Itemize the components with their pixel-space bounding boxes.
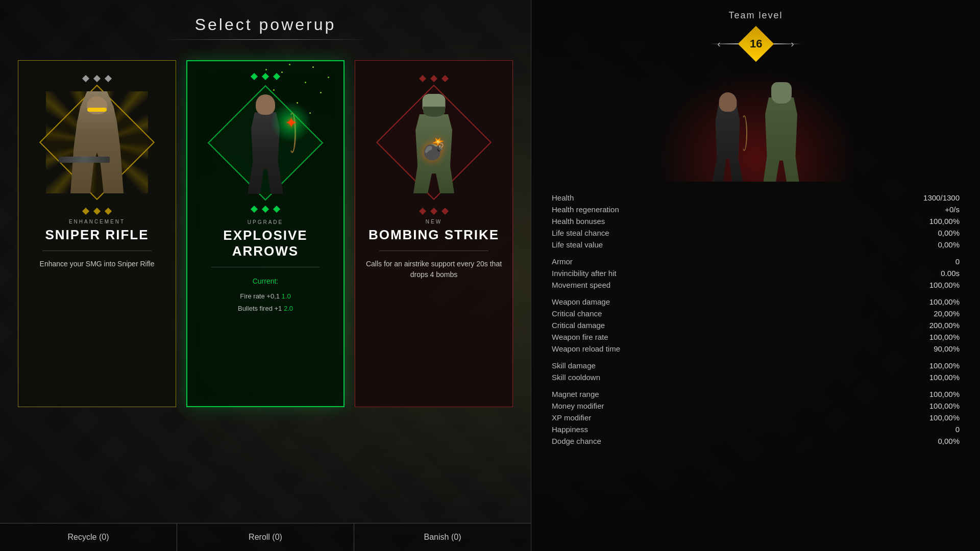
title-area: Select powerup <box>0 0 531 50</box>
bombing-top-diamonds <box>420 76 448 81</box>
stat-life-steal-chance-label: Life steal chance <box>552 229 609 237</box>
stat-critical-damage: Critical damage 200,00% <box>552 319 960 331</box>
sniper-character <box>64 91 130 193</box>
team-level-section: Team level ‹ › 16 <box>547 10 965 59</box>
particle <box>281 71 283 73</box>
stat-dodge-chance-label: Dodge chance <box>552 437 601 445</box>
recycle-button[interactable]: Recycle (0) <box>0 523 177 551</box>
bottom-buttons: Recycle (0) Reroll (0) Banish (0) <box>0 523 531 551</box>
stat-armor-label: Armor <box>552 257 573 266</box>
arrows-fire-rate-label: Fire rate +0,1 <box>240 292 280 300</box>
stat-skill-cooldown-value: 100,00% <box>919 373 960 382</box>
stat-dodge-chance-value: 0,00% <box>919 437 960 445</box>
sniper-head <box>87 96 107 114</box>
panel-archer-head <box>719 92 737 112</box>
card-arrows[interactable]: UPGRADE EXPLOSIVE ARROWS Current: Fire r… <box>186 60 345 407</box>
card-sniper[interactable]: ENHANCEMENT SNIPER RIFLE Enhance your SM… <box>18 60 176 407</box>
level-wing-left <box>710 43 738 44</box>
particle <box>328 77 329 78</box>
stat-money-modifier-label: Money modifier <box>552 402 604 410</box>
stat-health-bonuses-value: 100,00% <box>919 217 960 226</box>
stat-life-steal-value-val: 0,00% <box>919 240 960 249</box>
sniper-divider <box>42 251 152 251</box>
stat-weapon-damage-value: 100,00% <box>919 297 960 306</box>
stat-movement-speed-value: 100,00% <box>919 281 960 289</box>
stat-critical-chance-value: 20,00% <box>919 309 960 318</box>
level-chevron-left: ‹ <box>718 39 721 49</box>
stat-invincibility-label: Invincibility after hit <box>552 269 617 278</box>
stat-invincibility-value: 0.00s <box>919 269 960 278</box>
banish-button[interactable]: Banish (0) <box>354 523 531 551</box>
level-wing-right <box>774 43 802 44</box>
reroll-button[interactable]: Reroll (0) <box>177 523 354 551</box>
stat-sep-4 <box>552 383 960 388</box>
diamond-deco <box>82 75 89 82</box>
diamond-deco-red <box>419 75 426 82</box>
arrows-current-label: Current: <box>238 275 293 288</box>
diamond-deco-green <box>273 206 280 213</box>
stat-weapon-reload-time-label: Weapon reload time <box>552 344 620 353</box>
diamond-deco <box>93 75 101 82</box>
stats-panel: Health 1300/1300 Health regeneration +0/… <box>547 192 965 447</box>
team-level-title: Team level <box>547 10 965 21</box>
stat-sep-3 <box>552 355 960 360</box>
page-title: Select powerup <box>0 15 531 34</box>
stat-weapon-damage-label: Weapon damage <box>552 297 610 306</box>
stat-critical-damage-label: Critical damage <box>552 321 605 330</box>
stat-movement-speed: Movement speed 100,00% <box>552 279 960 291</box>
panel-soldier <box>758 80 804 182</box>
stat-armor: Armor 0 <box>552 256 960 267</box>
particle <box>305 82 306 83</box>
panel-characters <box>707 69 804 182</box>
stat-magnet-range: Magnet range 100,00% <box>552 388 960 400</box>
particle <box>273 89 275 91</box>
bombing-character-area: 💣 <box>378 71 490 214</box>
particle <box>289 64 290 65</box>
title-divider <box>163 39 368 40</box>
arrows-stats: Current: Fire rate +0,1 1.0 Bullets fire… <box>238 275 293 314</box>
diamond-deco-red <box>419 208 426 215</box>
stat-money-modifier: Money modifier 100,00% <box>552 400 960 412</box>
diamond-deco-red <box>430 208 437 215</box>
stat-health-value: 1300/1300 <box>919 193 960 202</box>
stat-life-steal-chance-value: 0,00% <box>919 229 960 237</box>
sniper-gun <box>59 157 110 163</box>
bombing-divider <box>379 251 488 251</box>
arrows-type-label: UPGRADE <box>248 219 283 225</box>
panel-archer <box>707 90 748 182</box>
diamond-deco-green <box>251 206 258 213</box>
stat-weapon-reload-time: Weapon reload time 90,00% <box>552 343 960 355</box>
stat-magnet-range-value: 100,00% <box>919 390 960 398</box>
level-badge-container: ‹ › 16 <box>547 29 965 59</box>
diamond-deco-red <box>442 75 449 82</box>
stat-movement-speed-label: Movement speed <box>552 281 610 289</box>
arrows-bullets-label: Bullets fired +1 <box>238 305 282 312</box>
bombing-card-title: BOMBING STRIKE <box>369 227 499 243</box>
card-bombing[interactable]: 💣 NEW <box>355 60 513 407</box>
stat-xp-modifier-label: XP modifier <box>552 413 591 422</box>
stat-skill-damage-label: Skill damage <box>552 361 596 370</box>
stat-skill-cooldown: Skill cooldown 100,00% <box>552 371 960 383</box>
stat-happiness-value: 0 <box>919 425 960 434</box>
stat-health-regen-value: +0/s <box>919 205 960 214</box>
stat-life-steal-value: Life steal value 0,00% <box>552 239 960 251</box>
level-diamond: 16 <box>738 26 774 62</box>
diamond-deco <box>105 75 112 82</box>
stat-health-label: Health <box>552 193 574 202</box>
sniper-description: Enhance your SMG into Sniper Rifle <box>40 259 155 269</box>
stat-sep-2 <box>552 291 960 296</box>
level-chevron-right: › <box>791 39 794 49</box>
panel-soldier-head <box>771 82 792 104</box>
bombing-bottom-diamonds <box>420 209 448 214</box>
stat-happiness: Happiness 0 <box>552 423 960 435</box>
bombing-description: Calls for an airstrike support every 20s… <box>365 259 502 280</box>
stat-invincibility: Invincibility after hit 0.00s <box>552 267 960 279</box>
panel-soldier-body <box>764 97 799 182</box>
particle <box>265 69 267 70</box>
stat-health-regen-label: Health regeneration <box>552 205 619 214</box>
stat-xp-modifier: XP modifier 100,00% <box>552 412 960 423</box>
stat-money-modifier-value: 100,00% <box>919 402 960 410</box>
stat-life-steal-value-label: Life steal value <box>552 240 603 249</box>
arrows-head <box>256 94 275 115</box>
particle <box>320 92 322 93</box>
